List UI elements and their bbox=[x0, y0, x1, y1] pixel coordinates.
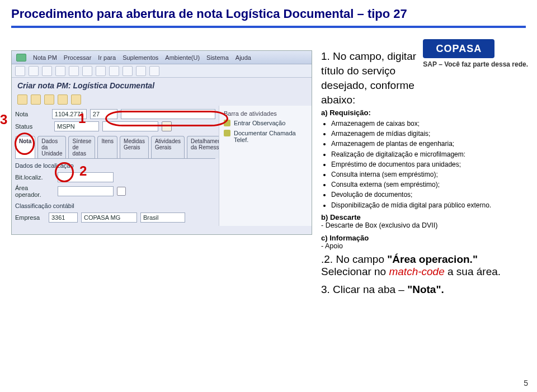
label-bitloc: Bit.localiz. bbox=[15, 174, 54, 181]
toolbar-icon[interactable] bbox=[44, 95, 54, 105]
step3-a: 3. Clicar na aba – bbox=[321, 284, 407, 295]
menu-item[interactable]: Ambiente(U) bbox=[165, 54, 200, 61]
list-item: Consulta interna (sem empréstimo); bbox=[331, 170, 514, 179]
sidebar-title: Barra de atividades bbox=[222, 109, 309, 118]
copasa-logo: COPASA bbox=[423, 39, 494, 58]
sap-menubar[interactable]: Nota PM Processar Ir para Suplementos Am… bbox=[12, 51, 312, 64]
tab-medidas[interactable]: Medidas Gerais bbox=[120, 136, 149, 158]
informacao-heading: c) Informação bbox=[321, 234, 514, 242]
empresa-cod-input[interactable]: 3361 bbox=[49, 212, 78, 223]
step3-tab: "Nota". bbox=[407, 284, 444, 295]
menubutton-icon[interactable] bbox=[16, 54, 26, 62]
titulo-input[interactable] bbox=[121, 109, 215, 119]
toolbar-button[interactable] bbox=[55, 66, 65, 76]
toolbar-icon[interactable] bbox=[31, 95, 41, 105]
toolbar-button[interactable] bbox=[123, 66, 133, 76]
menu-item[interactable]: Nota PM bbox=[33, 54, 57, 61]
sap-tagline: SAP – Você faz parte dessa rede. bbox=[423, 60, 528, 68]
status-input[interactable]: MSPN bbox=[54, 121, 99, 131]
section-classificacao: Classificação contábil bbox=[15, 202, 215, 210]
label-empresa: Empresa bbox=[15, 214, 45, 221]
label-area-op: Área operador. bbox=[15, 185, 54, 198]
menu-item[interactable]: Processar bbox=[64, 54, 92, 61]
matchcode-icon[interactable] bbox=[117, 187, 126, 196]
sap-screen-title: Criar nota PM: Logística Documental bbox=[12, 78, 312, 93]
descarte-heading: b) Descarte bbox=[321, 213, 514, 221]
list-item: Devolução de documentos; bbox=[331, 190, 514, 199]
step2-a: No campo bbox=[336, 253, 387, 265]
toolbar-button[interactable] bbox=[82, 66, 92, 76]
step2-matchcode: match-code bbox=[389, 266, 444, 277]
list-item: Consulta externa (sem empréstimo); bbox=[331, 180, 514, 189]
annotation-label-2: 2 bbox=[79, 163, 87, 179]
list-item: Armazenagem de caixas box; bbox=[331, 119, 514, 128]
toolbar-button[interactable] bbox=[149, 66, 159, 76]
sap-window: Nota PM Processar Ir para Suplementos Am… bbox=[11, 50, 312, 235]
sap-toolbar-2 bbox=[12, 93, 312, 106]
toolbar-button[interactable] bbox=[42, 66, 52, 76]
tipo-input[interactable]: 27 bbox=[90, 109, 117, 119]
info-icon[interactable] bbox=[162, 121, 172, 131]
toolbar-button[interactable] bbox=[109, 66, 119, 76]
toolbar-button[interactable] bbox=[136, 66, 146, 76]
status2-input[interactable] bbox=[102, 121, 158, 131]
menu-item[interactable]: Sistema bbox=[206, 54, 229, 61]
sap-sidebar: Barra de atividades Entrar Observação Do… bbox=[219, 106, 312, 226]
toolbar-icon[interactable] bbox=[17, 95, 27, 105]
instructions-panel: 1. No campo, digitar título do serviço d… bbox=[312, 50, 514, 296]
menu-item[interactable]: Suplementos bbox=[123, 54, 158, 61]
step2-text: .2. No campo "Área operacion." Seleciona… bbox=[321, 253, 514, 278]
tab-itens[interactable]: Itens bbox=[97, 136, 117, 158]
step1-line: abaixo: bbox=[321, 94, 514, 106]
informacao-line: - Apoio bbox=[321, 242, 514, 250]
page-title: Procedimento para abertura de nota Logís… bbox=[0, 0, 537, 22]
toolbar-icon[interactable] bbox=[58, 95, 68, 105]
brand-block: COPASA SAP – Você faz parte dessa rede. bbox=[423, 39, 528, 68]
requisicao-heading: a) Requisição: bbox=[321, 108, 514, 117]
list-item: Armazenagem de plantas de engenharia; bbox=[331, 139, 514, 148]
section-dados-localizacao: Dados de localização bbox=[15, 162, 215, 170]
list-item: Disponibilização de mídia digital para p… bbox=[331, 201, 514, 210]
toolbar-button[interactable] bbox=[15, 66, 25, 76]
step2-num: .2. bbox=[321, 253, 336, 265]
page-number: 5 bbox=[524, 379, 528, 388]
sidebar-item-observacao[interactable]: Entrar Observação bbox=[222, 118, 309, 128]
label-status: Status bbox=[15, 123, 51, 130]
tab-atividades[interactable]: Atividades Gerais bbox=[151, 136, 185, 158]
step3-text: 3. Clicar na aba – "Nota". bbox=[321, 284, 514, 296]
tab-sintese-datas[interactable]: Síntese de datas bbox=[68, 136, 95, 158]
sidebar-item-chamada[interactable]: Documentar Chamada Telef. bbox=[222, 128, 309, 145]
step2-field: "Área operacion." bbox=[387, 253, 478, 265]
area-op-input[interactable] bbox=[58, 186, 114, 196]
step2-c: Selecionar no bbox=[321, 266, 389, 277]
menu-item[interactable]: Ajuda bbox=[235, 54, 251, 61]
descarte-line: - Descarte de Box (exclusivo da DVII) bbox=[321, 221, 514, 229]
menu-item[interactable]: Ir para bbox=[98, 54, 116, 61]
list-item: Realização de digitalização e microfilma… bbox=[331, 150, 514, 159]
label-nota: Nota bbox=[15, 111, 49, 117]
annotation-label-3: 3 bbox=[0, 112, 7, 127]
tab-dados-unidade[interactable]: Dados da Unidade bbox=[37, 136, 66, 158]
toolbar-button[interactable] bbox=[29, 66, 39, 76]
sap-toolbar bbox=[12, 64, 312, 78]
empresa-nome-input[interactable]: COPASA MG bbox=[81, 212, 137, 223]
step1-line: desejado, conforme bbox=[321, 79, 514, 92]
sap-form: Nota 1104.2771 27 Status MSPN Nota Dados… bbox=[12, 106, 219, 226]
annotation-label-1: 1 bbox=[78, 111, 86, 126]
tab-nota[interactable]: Nota bbox=[15, 136, 35, 158]
toolbar-icon[interactable] bbox=[71, 95, 81, 105]
toolbar-button[interactable] bbox=[96, 66, 106, 76]
list-item: Armazenagem de mídias digitais; bbox=[331, 129, 514, 138]
list-item: Empréstimo de documentos para unidades; bbox=[331, 160, 514, 169]
tab-strip: Nota Dados da Unidade Síntese de datas I… bbox=[15, 136, 215, 159]
title-underline bbox=[11, 26, 526, 28]
toolbar-button[interactable] bbox=[69, 66, 79, 76]
requisicao-list: Armazenagem de caixas box; Armazenagem d… bbox=[321, 119, 514, 210]
step2-d: a sua área. bbox=[445, 266, 501, 277]
pais-input[interactable]: Brasil bbox=[140, 212, 185, 223]
